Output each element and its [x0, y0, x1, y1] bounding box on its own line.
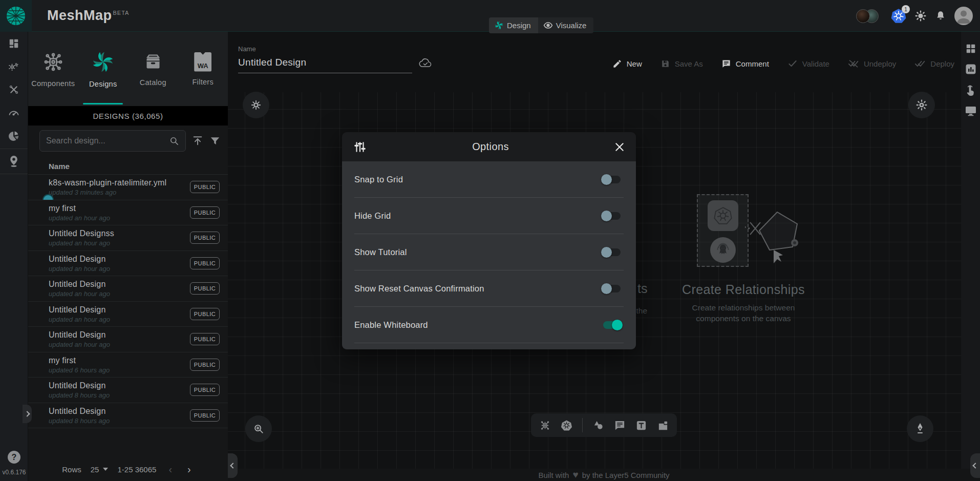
show-tutorial-toggle[interactable]: [603, 248, 621, 256]
validate-button[interactable]: Validate: [787, 58, 829, 69]
undeploy-button[interactable]: Undeploy: [848, 58, 896, 69]
panel-collapse-chevron[interactable]: [228, 453, 238, 478]
kubernetes-context-button[interactable]: 1: [891, 8, 906, 24]
meshmap-pin-icon[interactable]: [8, 155, 19, 168]
toggle-thumb: [601, 283, 612, 294]
designs-count-header: DESIGNS (36,065): [28, 106, 228, 126]
heart-icon: ♥: [572, 469, 578, 480]
filter-funnel-icon[interactable]: [209, 135, 221, 147]
design-name-input[interactable]: [238, 56, 412, 73]
design-row[interactable]: Untitled Design updated an hour ago PUBL…: [28, 302, 228, 327]
layer5-logo-icon: [6, 6, 26, 26]
freeze-layout-button[interactable]: [243, 92, 269, 118]
rail-bottom: ? v0.6.176: [0, 451, 28, 476]
kubernetes-toolbar-icon[interactable]: [561, 420, 572, 431]
deploy-button[interactable]: Deploy: [914, 58, 954, 69]
tab-filters[interactable]: WA Filters: [178, 32, 228, 106]
tab-components[interactable]: Components: [28, 32, 78, 106]
settings-gear-icon[interactable]: [914, 10, 927, 22]
extensions-mesh-icon[interactable]: [8, 130, 20, 142]
comment-tool-icon[interactable]: [614, 420, 626, 431]
beta-badge: BETA: [113, 10, 130, 16]
snap-to-grid-toggle[interactable]: [603, 176, 621, 183]
new-button[interactable]: New: [612, 59, 642, 69]
search-icon[interactable]: [169, 136, 179, 146]
tile-subtitle: Create relationships between components …: [677, 302, 810, 324]
tab-design[interactable]: Design: [489, 17, 538, 33]
tile-meshsync-node: [710, 237, 736, 263]
modal-title: Options: [367, 141, 614, 153]
option-row-enable-whiteboard: Enable Whiteboard: [354, 307, 624, 343]
tab-visualize[interactable]: Visualize: [538, 17, 594, 33]
rows-per-page-select[interactable]: 25: [91, 465, 109, 474]
layer5-logo[interactable]: [0, 0, 32, 32]
touch-pointer-icon[interactable]: [965, 84, 976, 97]
toggle-thumb: [601, 211, 612, 221]
search-row: [28, 126, 228, 156]
enable-whiteboard-toggle[interactable]: [603, 321, 621, 329]
whiteboard-pen-button[interactable]: [907, 415, 933, 442]
close-icon[interactable]: [614, 142, 625, 152]
reset-canvas-confirmation-toggle[interactable]: [603, 285, 621, 292]
tab-catalog[interactable]: Catalog: [128, 32, 178, 106]
dashboard-icon[interactable]: [8, 38, 19, 49]
shapes-icon[interactable]: [592, 420, 604, 431]
design-row[interactable]: k8s-wasm-plugin-ratelimiter.yml updated …: [28, 175, 228, 200]
next-page-button[interactable]: ›: [184, 464, 194, 475]
column-header-name: Name: [28, 158, 228, 175]
mode-toggle: Design Visualize: [489, 17, 593, 33]
add-component-icon[interactable]: [539, 420, 551, 431]
performance-gauge-icon[interactable]: [8, 107, 20, 119]
design-list: k8s-wasm-plugin-ratelimiter.yml updated …: [28, 175, 228, 428]
text-tool-icon[interactable]: [635, 420, 647, 431]
options-modal-header: Options: [342, 132, 636, 161]
search-input[interactable]: [46, 136, 169, 145]
notifications-bell-icon[interactable]: [935, 10, 946, 22]
design-row[interactable]: Untitled Design updated 8 hours ago PUBL…: [28, 378, 228, 403]
bar-chart-icon[interactable]: [965, 63, 977, 75]
save-as-button[interactable]: Save As: [661, 59, 703, 69]
relationship-pentagon-shape: [745, 201, 812, 273]
catalog-drawer-icon: [143, 52, 163, 72]
design-row[interactable]: Untitled Design updated an hour ago PUBL…: [28, 276, 228, 302]
canvas-bottom-toolbar: [531, 413, 677, 437]
lifecycle-gears-icon[interactable]: [8, 60, 20, 73]
design-row[interactable]: my first updated 6 hours ago PUBLIC: [28, 352, 228, 378]
import-design-icon[interactable]: [192, 135, 203, 147]
kubernetes-context-count: 1: [902, 5, 910, 13]
monitor-icon[interactable]: [965, 106, 977, 117]
check-icon: [787, 58, 798, 69]
previous-page-button[interactable]: ‹: [165, 464, 175, 475]
tab-designs-label: Designs: [89, 80, 117, 88]
media-tool-icon[interactable]: [657, 420, 669, 431]
zoom-button[interactable]: [245, 415, 272, 442]
pen-nib-icon: [914, 423, 926, 435]
canvas-settings-button[interactable]: [908, 92, 935, 118]
tab-designs[interactable]: Designs: [78, 32, 129, 106]
footer-text-suffix: by the Layer5 Community: [582, 471, 670, 479]
canvas-scroll-right-chevron[interactable]: [970, 453, 980, 478]
collaborator-avatar-1[interactable]: [856, 9, 870, 23]
snowflake-icon: [250, 99, 262, 111]
tab-components-label: Components: [31, 79, 75, 88]
design-row[interactable]: Untitled Designss updated an hour ago PU…: [28, 225, 228, 251]
profile-avatar[interactable]: [954, 7, 973, 25]
design-row[interactable]: Untitled Design updated an hour ago PUBL…: [28, 251, 228, 277]
design-row[interactable]: my first updated an hour ago PUBLIC: [28, 200, 228, 226]
components-circuit-icon: [42, 51, 65, 73]
configuration-tools-icon[interactable]: [8, 84, 19, 95]
widgets-grid-icon[interactable]: [965, 43, 976, 54]
rail-expand-chevron[interactable]: [23, 405, 32, 423]
comment-icon: [721, 59, 731, 69]
design-row[interactable]: Untitled Design updated 8 hours ago PUBL…: [28, 403, 228, 429]
help-button[interactable]: ?: [8, 451, 20, 464]
visibility-badge: PUBLIC: [190, 359, 220, 371]
design-tab-label: Design: [507, 21, 531, 30]
visibility-badge: PUBLIC: [190, 257, 220, 269]
rows-label: Rows: [62, 465, 81, 474]
footer-text-prefix: Built with: [538, 471, 569, 479]
toggle-thumb: [601, 247, 612, 258]
hide-grid-toggle[interactable]: [603, 212, 621, 220]
comment-button[interactable]: Comment: [721, 59, 769, 69]
design-row[interactable]: Untitled Design updated an hour ago PUBL…: [28, 327, 228, 352]
